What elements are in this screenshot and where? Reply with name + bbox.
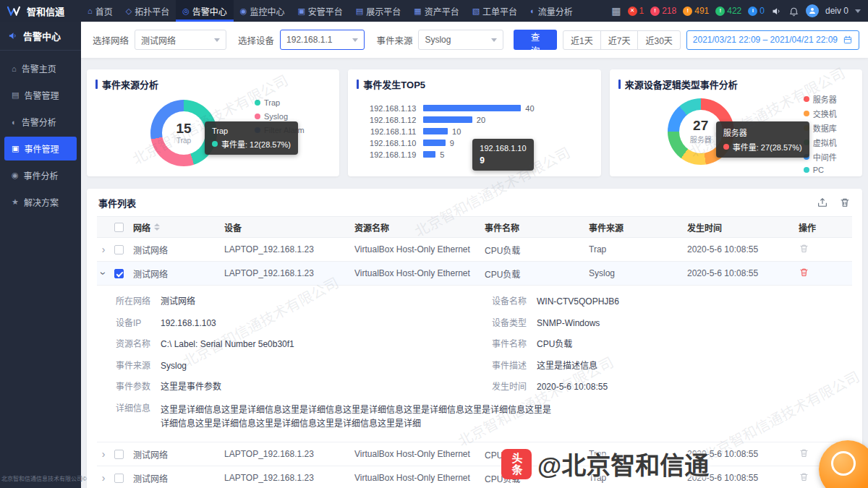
field-value: CPU负载 <box>537 339 572 351</box>
speaker-icon[interactable] <box>771 6 782 17</box>
collapse-chevron[interactable]: › <box>98 271 109 275</box>
sidebar-item-event-manage[interactable]: ▣事件管理 <box>4 137 77 160</box>
nav-item-traffic[interactable]: ◐流量分析 <box>524 0 579 22</box>
avatar[interactable] <box>806 4 819 17</box>
chevron-down-icon <box>214 38 220 42</box>
bar-row: 192.168.1.1110 <box>358 127 592 135</box>
source-label: 事件来源 <box>376 33 412 47</box>
card-title-text: 事件发生TOP5 <box>363 77 425 91</box>
sidebar-item-alarm-manage[interactable]: ▤告警管理 <box>4 83 77 107</box>
detail-field: 所在网络测试网络 <box>116 296 492 308</box>
expand-chevron[interactable]: › <box>102 449 106 459</box>
nav-label: 流量分析 <box>538 5 573 17</box>
network-select[interactable]: 测试网络 <box>135 30 226 50</box>
delete-row-button[interactable] <box>799 471 809 482</box>
alarm-badge-major[interactable]: !491 <box>683 6 709 16</box>
bell-icon[interactable] <box>788 6 799 17</box>
bar[interactable]: 10 <box>423 128 448 134</box>
bar-category: 192.168.1.19 <box>358 150 416 159</box>
field-value: WIN-CTV5QOPHJB6 <box>537 296 619 308</box>
nav-item-display[interactable]: ▤展示平台 <box>349 0 407 22</box>
bar-track: 40 <box>423 105 521 111</box>
expand-chevron[interactable]: › <box>102 244 106 254</box>
table-row[interactable]: › 测试网络 LAPTOP_192.168.1.23 VirtualBox Ho… <box>97 238 852 262</box>
table-row-selected[interactable]: › 测试网络 LAPTOP_192.168.1.23 VirtualBox Ho… <box>97 262 852 286</box>
detail-field: 资源名称C:\ Label: Serial Number 5e0b30f1 <box>116 339 492 351</box>
chevron-down-icon <box>491 38 497 42</box>
nav-item-alarm-center[interactable]: ◎告警中心 <box>176 0 234 22</box>
header-time: 发生时间 <box>687 221 788 234</box>
legend-item-pc[interactable]: PC <box>804 166 837 174</box>
delete-row-button[interactable] <box>799 448 809 458</box>
legend-item-server[interactable]: 服务器 <box>804 93 837 105</box>
field-value: 这里是详细信息这里是详细信息这里是详细信息这里是详细信息这里是详细信息这里是详细… <box>161 403 555 430</box>
row-checkbox[interactable] <box>114 245 124 254</box>
select-all-checkbox[interactable] <box>114 223 124 232</box>
table-row[interactable]: › 测试网络 LAPTOP_192.168.1.23 VirtualBox Ho… <box>97 442 852 466</box>
nav-item-assets[interactable]: ▦资产平台 <box>407 0 465 22</box>
bar[interactable]: 5 <box>423 151 435 158</box>
detail-right-column: 设备名称WIN-CTV5QOPHJB6 设备类型SNMP-Windows 事件名… <box>492 296 619 393</box>
delete-selected-button[interactable] <box>839 197 851 208</box>
row-event: CPU负载 <box>485 267 589 280</box>
row-checkbox[interactable] <box>114 474 124 483</box>
sidebar-item-label: 事件管理 <box>24 142 59 155</box>
assets-icon: ▦ <box>414 7 421 16</box>
header-resource: 资源名称 <box>354 221 485 234</box>
user-name[interactable]: deiv 0 <box>825 6 848 16</box>
row-event: CPU负载 <box>485 244 589 256</box>
range-1day-button[interactable]: 近1天 <box>563 30 601 50</box>
delete-row-button[interactable] <box>799 267 809 278</box>
chevron-down-icon[interactable] <box>855 9 861 13</box>
sidebar-item-alarm-analysis[interactable]: ◐告警分析 <box>4 110 77 134</box>
query-button[interactable]: 查询 <box>514 30 557 50</box>
legend-item-trap[interactable]: Trap <box>255 98 305 107</box>
alarm-badge-critical[interactable]: !218 <box>650 6 676 16</box>
range-7day-button[interactable]: 近7天 <box>600 30 639 50</box>
nav-item-security[interactable]: ▣安管平台 <box>291 0 349 22</box>
expand-chevron[interactable]: › <box>102 473 106 483</box>
range-30day-button[interactable]: 近30天 <box>637 30 680 50</box>
legend-dot <box>255 100 260 106</box>
bar[interactable]: 9 <box>423 140 445 146</box>
table-row[interactable]: › 测试网络 LAPTOP_192.168.1.23 VirtualBox Ho… <box>97 466 852 488</box>
chevron-down-icon <box>352 38 358 42</box>
legend-item-syslog[interactable]: Syslog <box>255 112 305 121</box>
apps-grid-icon[interactable]: ▦ <box>611 5 621 17</box>
nav-item-monitor-center[interactable]: ◉监控中心 <box>234 0 292 22</box>
nav-item-home[interactable]: ⌂首页 <box>81 0 119 22</box>
device-select[interactable]: 192.168.1.1 <box>280 30 365 50</box>
legend-item-switch[interactable]: 交换机 <box>804 108 837 119</box>
legend-dot <box>804 167 809 173</box>
top-navbar: 智和信通 ⌂首页 ◇拓扑平台 ◎告警中心 ◉监控中心 ▣安管平台 ▤展示平台 ▦… <box>0 0 868 22</box>
tooltip-line: 事件量: 27(28.57%) <box>723 141 802 153</box>
header-network[interactable]: 网络 <box>133 221 224 234</box>
alarm-badge-minor[interactable]: !422 <box>715 6 741 16</box>
row-checkbox[interactable] <box>114 450 124 459</box>
bar[interactable]: 20 <box>423 116 472 123</box>
row-network: 测试网络 <box>133 267 224 280</box>
export-button[interactable] <box>817 197 828 208</box>
bar[interactable]: 40 <box>423 105 521 111</box>
date-range-picker[interactable]: 2021/03/21 22:09 – 2021/04/21 22:09 <box>686 30 859 50</box>
sidebar-item-alarm-home[interactable]: ⌂告警主页 <box>4 56 77 80</box>
delete-row-button[interactable] <box>799 243 809 254</box>
sort-icons[interactable] <box>154 223 160 231</box>
calendar-icon <box>843 35 853 45</box>
source-select[interactable]: Syslog <box>418 30 503 50</box>
row-checkbox-checked[interactable] <box>114 269 124 278</box>
legend-dot <box>804 111 809 116</box>
sort-desc-icon[interactable] <box>154 228 160 231</box>
sidebar-item-event-analysis[interactable]: ◉事件分析 <box>4 163 77 187</box>
field-value: 2020-5-6 10:08:55 <box>537 382 608 393</box>
nav-item-topology[interactable]: ◇拓扑平台 <box>119 0 176 22</box>
sidebar-item-solutions[interactable]: ★解决方案 <box>4 190 77 214</box>
alarm-badge-info[interactable]: i0 <box>748 6 765 16</box>
logo[interactable]: 智和信通 <box>0 4 81 18</box>
detail-field: 发生时间2020-5-6 10:08:55 <box>492 382 619 393</box>
sort-asc-icon[interactable] <box>154 223 160 226</box>
legend-label: Trap <box>264 98 280 107</box>
nav-item-workorder[interactable]: ▧工单平台 <box>466 0 524 22</box>
alarm-badge-cleared[interactable]: ✕1 <box>628 6 644 16</box>
bar-value: 5 <box>440 150 444 159</box>
